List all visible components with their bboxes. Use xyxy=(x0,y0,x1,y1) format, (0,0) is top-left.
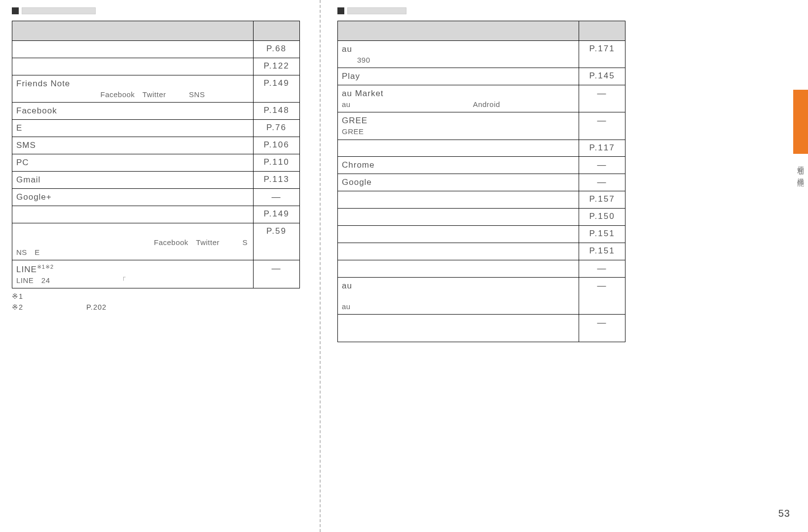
app-desc: 390 xyxy=(342,55,575,65)
app-name-cell xyxy=(338,191,579,209)
app-name xyxy=(16,227,25,236)
app-name: Google+ xyxy=(16,192,52,202)
app-name: Facebook xyxy=(16,106,57,115)
app-name: Chrome xyxy=(342,160,374,170)
heading-placeholder xyxy=(22,7,96,14)
app-name-cell xyxy=(338,315,579,342)
th-ref xyxy=(579,21,625,41)
app-desc xyxy=(342,329,575,339)
table-row: P.68 xyxy=(12,41,300,58)
table-row: Play P.145 xyxy=(338,68,625,85)
app-name-cell: SMS xyxy=(12,137,254,154)
left-column: P.68 P.122Friends Note Facebook Twitter … xyxy=(3,5,309,532)
app-name-cell: Chrome xyxy=(338,157,579,174)
app-name: PC xyxy=(16,158,47,167)
app-name-cell: Gmail xyxy=(12,171,254,188)
app-name: au xyxy=(342,44,379,54)
app-desc: Facebook Twitter SNS E xyxy=(16,238,249,258)
square-icon xyxy=(12,7,19,14)
ref-cell: P.113 xyxy=(254,171,300,188)
square-icon xyxy=(337,7,344,14)
ref-cell: P.110 xyxy=(254,154,300,171)
footnote-1: ※1 xyxy=(12,291,300,302)
app-name-cell: E xyxy=(12,120,254,137)
table-row: P.149 xyxy=(12,206,300,223)
th-name xyxy=(338,21,579,41)
table-row: P.150 xyxy=(338,209,625,226)
ref-cell: P.145 xyxy=(579,68,625,85)
app-name xyxy=(342,195,351,204)
app-name xyxy=(342,212,351,221)
app-name: Gmail xyxy=(16,175,40,184)
table-row: LINE※1※2LINE 24 「 — xyxy=(12,260,300,288)
ref-cell: P.68 xyxy=(254,41,300,58)
table-row: — xyxy=(338,260,625,278)
ref-cell: P.151 xyxy=(579,226,625,243)
table-row: Chrome— xyxy=(338,157,625,174)
left-table: P.68 P.122Friends Note Facebook Twitter … xyxy=(12,21,300,288)
ref-cell: P.149 xyxy=(254,75,300,102)
footnotes: ※1 ※2 P.202 xyxy=(12,291,300,313)
app-name-cell xyxy=(12,206,254,223)
app-name-cell: Play xyxy=(338,68,579,85)
app-name xyxy=(342,229,351,239)
app-name: E xyxy=(16,123,40,133)
app-name xyxy=(342,318,351,327)
column-divider xyxy=(320,0,321,532)
right-table: au 390 P.171Play P.145au Marketau Androi… xyxy=(337,21,625,342)
table-row: E P.76 xyxy=(12,120,300,137)
app-name: Friends Note xyxy=(16,79,70,88)
table-row: P.117 xyxy=(338,140,625,157)
table-row: GmailP.113 xyxy=(12,171,300,188)
ref-cell: P.117 xyxy=(579,140,625,157)
app-name-cell xyxy=(338,260,579,278)
app-name xyxy=(342,247,351,256)
app-name xyxy=(16,62,25,71)
th-name xyxy=(12,21,254,41)
ref-cell: — xyxy=(579,260,625,278)
app-name xyxy=(342,264,351,273)
app-name-cell xyxy=(338,140,579,157)
ref-cell: P.59 xyxy=(254,223,300,260)
app-name-cell xyxy=(338,209,579,226)
app-name xyxy=(16,210,25,219)
app-desc: au xyxy=(342,292,575,312)
table-row: au Marketau Android — xyxy=(338,85,625,112)
app-name-cell: Google+ xyxy=(12,188,254,206)
ref-cell: — xyxy=(579,157,625,174)
table-row: Google— xyxy=(338,174,625,191)
th-ref xyxy=(254,21,300,41)
ref-cell: — xyxy=(254,188,300,206)
table-row: Facebook Twitter SNS E P.59 xyxy=(12,223,300,260)
superscript: ※1※2 xyxy=(37,264,54,270)
table-row: — xyxy=(338,315,625,342)
app-desc: GREE xyxy=(342,127,575,137)
app-desc: Facebook Twitter SNS xyxy=(16,90,249,100)
table-row: Google+— xyxy=(12,188,300,206)
app-name-cell: PC xyxy=(12,154,254,171)
app-name-cell: au au xyxy=(338,278,579,315)
side-tab-label: 便利な機能 xyxy=(796,160,805,205)
ref-cell: P.151 xyxy=(579,243,625,260)
table-row: au au — xyxy=(338,278,625,315)
table-row: P.122 xyxy=(12,58,300,75)
side-tab xyxy=(793,90,808,154)
table-row: P.151 xyxy=(338,226,625,243)
page-number: 53 xyxy=(778,508,790,519)
table-row: PC P.110 xyxy=(12,154,300,171)
app-name-cell xyxy=(338,226,579,243)
footnote-2: ※2 P.202 xyxy=(12,302,300,313)
app-name xyxy=(342,143,351,153)
app-name-cell xyxy=(12,58,254,75)
ref-cell: P.122 xyxy=(254,58,300,75)
app-name: au Market xyxy=(342,89,384,98)
app-name-cell: Google xyxy=(338,174,579,191)
app-name: au xyxy=(342,281,414,290)
ref-cell: P.157 xyxy=(579,191,625,209)
app-name-cell: au Marketau Android xyxy=(338,85,579,112)
table-row: SMSP.106 xyxy=(12,137,300,154)
app-name xyxy=(16,44,25,54)
app-desc: LINE 24 「 xyxy=(16,276,249,285)
ref-cell: P.148 xyxy=(254,103,300,120)
app-name: Play xyxy=(342,71,378,81)
